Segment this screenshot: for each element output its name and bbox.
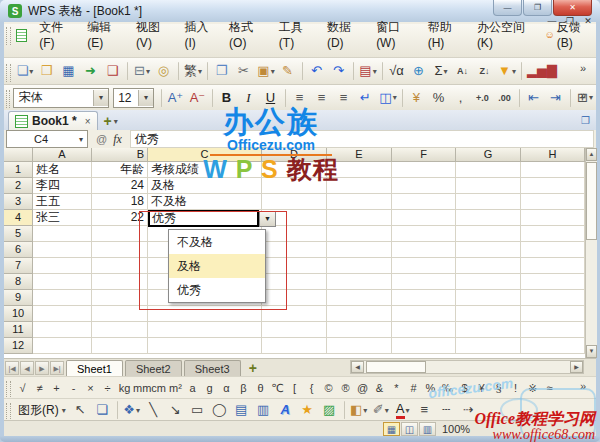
align-center-icon[interactable]: ≡ bbox=[312, 88, 332, 108]
increase-indent-icon[interactable]: ⇥ bbox=[546, 88, 566, 108]
cell-a[interactable] bbox=[33, 306, 92, 322]
prev-sheet-icon[interactable]: ◀ bbox=[20, 361, 34, 375]
cell-h[interactable] bbox=[521, 162, 585, 178]
cell-e[interactable] bbox=[327, 242, 392, 258]
scroll-up-icon[interactable]: ▲ bbox=[586, 148, 597, 161]
align-right-icon[interactable]: ≡ bbox=[334, 88, 354, 108]
insert-function-icon[interactable]: fx bbox=[113, 132, 122, 147]
cell-h[interactable] bbox=[521, 242, 585, 258]
cell-b[interactable] bbox=[92, 322, 148, 338]
font-name-select[interactable]: 宋体 ▾ bbox=[13, 88, 109, 108]
toolbar-drag-handle[interactable] bbox=[6, 64, 11, 82]
column-header[interactable]: G bbox=[456, 148, 521, 162]
horizontal-scrollbar[interactable]: ◀ ▶ bbox=[350, 360, 584, 374]
symbol-button[interactable]: ‰ bbox=[439, 382, 456, 394]
symbol-button[interactable]: + bbox=[48, 382, 65, 394]
column-header[interactable]: E bbox=[327, 148, 392, 162]
font-color-icon[interactable]: A▾ bbox=[393, 400, 413, 420]
save-icon[interactable]: ▦ bbox=[59, 61, 79, 81]
decrease-font-icon[interactable]: A⁻ bbox=[188, 88, 208, 108]
cell-e[interactable] bbox=[327, 274, 392, 290]
cell-g[interactable] bbox=[456, 274, 521, 290]
column-header[interactable]: C bbox=[148, 148, 262, 162]
scroll-right-icon[interactable]: ▶ bbox=[570, 361, 583, 373]
minimize-button[interactable]: — bbox=[493, 0, 522, 16]
new-icon[interactable]: ❏▾ bbox=[15, 61, 35, 81]
symbol-button[interactable]: ÷ bbox=[99, 382, 116, 394]
arrow-icon[interactable]: ↘ bbox=[166, 400, 186, 420]
cell-b[interactable]: 年龄 bbox=[92, 162, 148, 178]
cell-h[interactable] bbox=[521, 306, 585, 322]
row-header[interactable]: 11 bbox=[4, 322, 33, 338]
view-normal-icon[interactable]: ▦ bbox=[383, 422, 400, 436]
vertical-scrollbar-thumb[interactable] bbox=[586, 162, 597, 240]
export-icon[interactable]: ➜ bbox=[81, 61, 101, 81]
doc-minimize-button[interactable]: — bbox=[546, 16, 558, 26]
cell-e[interactable] bbox=[327, 258, 392, 274]
sort-descending-icon[interactable]: Z↓ bbox=[475, 61, 495, 81]
scroll-down-icon[interactable]: ▼ bbox=[586, 345, 597, 358]
symbol-button[interactable]: [ bbox=[286, 382, 303, 394]
symbol-button[interactable]: ℃ bbox=[269, 382, 286, 395]
cell-a[interactable] bbox=[33, 242, 92, 258]
dash-style-icon[interactable]: ┄ bbox=[437, 400, 457, 420]
menu-workspace[interactable]: 办公空间(K) bbox=[469, 24, 539, 44]
add-sheet-button[interactable]: + bbox=[241, 360, 265, 376]
row-header[interactable]: 12 bbox=[4, 338, 33, 354]
cell-g[interactable] bbox=[456, 242, 521, 258]
cut-icon[interactable]: ✂ bbox=[234, 61, 254, 81]
toolbar-drag-handle[interactable] bbox=[6, 403, 11, 421]
menu-file[interactable]: 文件(F) bbox=[31, 24, 79, 44]
symbol-button[interactable]: { bbox=[303, 382, 320, 394]
cell-d[interactable] bbox=[262, 178, 327, 194]
cell-a[interactable] bbox=[33, 226, 92, 242]
next-sheet-icon[interactable]: ▶ bbox=[35, 361, 49, 375]
symbol-button[interactable]: m² bbox=[167, 382, 184, 394]
redo-icon[interactable]: ↷ bbox=[329, 61, 349, 81]
symbol-button[interactable]: cm bbox=[150, 382, 167, 394]
sort-ascending-icon[interactable]: A↓ bbox=[453, 61, 473, 81]
file-page-icon[interactable]: ❑ bbox=[103, 61, 123, 81]
cell-e[interactable] bbox=[327, 322, 392, 338]
formula-input[interactable]: 优秀 bbox=[130, 130, 594, 148]
menu-edit[interactable]: 编辑(E) bbox=[79, 24, 128, 44]
last-sheet-icon[interactable]: ▶| bbox=[50, 361, 64, 375]
new-tab-button[interactable]: + ▾ bbox=[104, 112, 118, 130]
menu-insert[interactable]: 插入(I) bbox=[177, 24, 222, 44]
line-color-icon[interactable]: ✐▾ bbox=[371, 400, 391, 420]
cell-c[interactable] bbox=[148, 322, 262, 338]
cell-h[interactable] bbox=[521, 226, 585, 242]
cell-c[interactable] bbox=[148, 338, 262, 354]
row-header[interactable]: 2 bbox=[4, 178, 33, 194]
copy-icon[interactable]: ❐ bbox=[212, 61, 232, 81]
column-header[interactable]: D bbox=[262, 148, 327, 162]
undo-icon[interactable]: ↶ bbox=[307, 61, 327, 81]
symbol-button[interactable]: % bbox=[422, 382, 439, 394]
menu-format[interactable]: 格式(O) bbox=[221, 24, 271, 44]
rectangle-icon[interactable]: ▭ bbox=[188, 400, 208, 420]
toolbar-overflow-icon[interactable]: » bbox=[580, 89, 586, 101]
close-tab-icon[interactable]: × bbox=[85, 116, 91, 127]
menu-view[interactable]: 视图(V) bbox=[128, 24, 177, 44]
shapes-menu-button[interactable]: 图形(R) ▾ bbox=[14, 402, 70, 419]
toolbar-drag-handle[interactable] bbox=[6, 27, 11, 45]
cell-e[interactable] bbox=[327, 178, 392, 194]
symbol-button[interactable]: mm bbox=[133, 382, 150, 394]
row-header[interactable]: 6 bbox=[4, 242, 33, 258]
cell-h[interactable] bbox=[521, 178, 585, 194]
sheet-tab[interactable]: Sheet1 bbox=[66, 360, 123, 377]
currency-style-icon[interactable]: ¥ bbox=[407, 88, 427, 108]
cell-e[interactable] bbox=[327, 290, 392, 306]
first-sheet-icon[interactable]: |◀ bbox=[5, 361, 19, 375]
symbol-button[interactable]: ≈ bbox=[541, 382, 558, 394]
row-header[interactable]: 4 bbox=[4, 210, 33, 226]
symbol-button[interactable]: ≠ bbox=[31, 382, 48, 394]
toolbar-drag-handle[interactable] bbox=[6, 90, 10, 108]
format-painter-icon[interactable]: ✎ bbox=[278, 61, 298, 81]
symbol-button[interactable]: × bbox=[82, 382, 99, 394]
cell-h[interactable] bbox=[521, 290, 585, 306]
column-header[interactable]: A bbox=[33, 148, 92, 162]
autofilter-icon[interactable]: ▼▾ bbox=[497, 61, 517, 81]
column-header[interactable]: F bbox=[392, 148, 456, 162]
symbol-button[interactable]: & bbox=[371, 382, 388, 394]
